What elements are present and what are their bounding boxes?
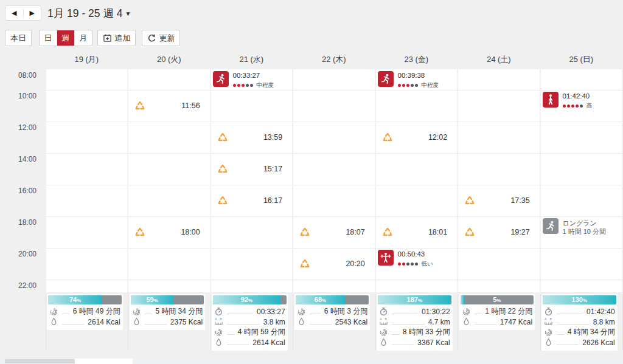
- event-marker[interactable]: 12:02: [376, 132, 458, 143]
- stat-row: 01:30:22: [377, 306, 453, 317]
- svg-text:B: B: [220, 317, 222, 321]
- stat-leader-line: [475, 314, 482, 314]
- stat-row: 2375 Kcal: [130, 317, 206, 327]
- row-gridline: [458, 122, 540, 122]
- intensity-dot: [402, 84, 405, 87]
- active-time-icon: [297, 307, 306, 316]
- day-header[interactable]: 24 (土): [458, 54, 540, 65]
- add-label: 追加: [115, 33, 131, 44]
- event-activity[interactable]: 00:39:38中程度: [378, 71, 456, 89]
- intensity-label: 高: [586, 102, 593, 110]
- stat-leader-line: [557, 324, 590, 325]
- row-gridline: [211, 280, 293, 280]
- row-gridline: [541, 248, 622, 249]
- stat-row: 1 時間 22 分間: [459, 306, 535, 317]
- stat-leader-line: [310, 324, 332, 325]
- row-gridline: [46, 216, 128, 217]
- date-range-label: 1月 19 - 25 週 4: [47, 7, 123, 19]
- row-gridline: [541, 90, 622, 91]
- svg-text:B: B: [385, 317, 387, 321]
- stat-value: 4.7 km: [428, 318, 450, 326]
- event-marker[interactable]: 18:00: [128, 227, 210, 238]
- marker-triangle-icon: [382, 132, 393, 142]
- event-marker[interactable]: 18:07: [293, 227, 375, 238]
- column-separator: [540, 294, 541, 351]
- event-marker[interactable]: 19:27: [458, 227, 540, 238]
- stat-row: 2614 Kcal: [47, 317, 123, 327]
- event-info: 00:33:27中程度: [233, 71, 274, 89]
- day-header[interactable]: 22 (木): [293, 54, 375, 65]
- stat-value: 8 時間 33 分間: [403, 327, 450, 337]
- event-time: 11:56: [181, 101, 200, 110]
- next-week-button[interactable]: ▶: [24, 6, 41, 20]
- marker-triangle-icon: [464, 196, 475, 205]
- event-marker[interactable]: 17:35: [458, 195, 540, 206]
- stat-leader-line: [557, 334, 564, 335]
- stat-row: 01:42:40: [541, 306, 618, 317]
- stat-row: 6 時間 49 分間: [47, 306, 123, 317]
- intensity-dot: [250, 84, 253, 87]
- scrollbar-thumb[interactable]: [5, 359, 75, 363]
- day-header[interactable]: 20 (火): [128, 54, 210, 65]
- view-tab-2[interactable]: 月: [74, 30, 92, 46]
- event-marker[interactable]: 15:17: [211, 163, 293, 174]
- intensity-dots: 中程度: [233, 81, 274, 89]
- row-gridline: [128, 248, 210, 249]
- active-time-icon: [379, 328, 388, 337]
- refresh-button[interactable]: 更新: [142, 30, 180, 46]
- stat-row: 8 時間 33 分間: [377, 327, 453, 337]
- view-tab-0[interactable]: 日: [40, 30, 57, 46]
- row-gridline: [46, 153, 128, 154]
- stat-leader-line: [145, 324, 167, 325]
- page-title[interactable]: 1月 19 - 25 週 4▼: [47, 6, 131, 21]
- event-marker[interactable]: 13:59: [211, 132, 293, 143]
- intensity-dot: [580, 105, 583, 108]
- event-activity[interactable]: 00:50:43低い: [378, 250, 456, 268]
- intensity-dot: [402, 263, 405, 266]
- day-header[interactable]: 25 (日): [541, 54, 622, 65]
- event-marker[interactable]: 11:56: [128, 100, 210, 111]
- stat-value: 5 時間 34 分間: [155, 306, 203, 317]
- prev-week-button[interactable]: ◀: [5, 6, 23, 20]
- stat-row: AB8.8 km: [541, 317, 618, 327]
- day-header[interactable]: 21 (水): [211, 54, 293, 65]
- column-separator: [211, 294, 211, 351]
- event-time: 13:59: [263, 133, 282, 142]
- stat-value: 3367 Kcal: [417, 338, 450, 347]
- column-separator: [128, 294, 128, 351]
- stat-value: 3.8 km: [263, 318, 285, 326]
- row-gridline: [458, 153, 540, 154]
- event-marker[interactable]: 16:17: [211, 195, 293, 206]
- view-tab-1[interactable]: 週: [57, 30, 74, 46]
- stat-row: 4 時間 34 分間: [541, 327, 618, 337]
- event-time: 18:00: [181, 228, 200, 236]
- stat-leader-line: [227, 345, 249, 345]
- today-button[interactable]: 本日: [5, 30, 32, 46]
- day-header[interactable]: 23 (金): [376, 54, 458, 65]
- event-activity[interactable]: 00:33:27中程度: [213, 71, 291, 89]
- event-activity[interactable]: 01:42:40高: [543, 92, 621, 110]
- day-header[interactable]: 19 (月): [46, 54, 128, 65]
- active-time-icon: [462, 307, 471, 316]
- event-planned[interactable]: ロングラン1 時間 10 分間: [543, 218, 621, 236]
- event-marker[interactable]: 20:20: [293, 258, 375, 269]
- intensity-dot: [415, 84, 418, 87]
- stat-row: 5 時間 34 分間: [130, 306, 206, 317]
- time-label: 08:00: [0, 71, 37, 80]
- event-time: 20:20: [346, 259, 364, 268]
- active-time-icon: [132, 307, 141, 316]
- event-marker[interactable]: 18:01: [376, 227, 458, 238]
- active-time-icon: [49, 307, 58, 316]
- marker-triangle-icon: [464, 227, 475, 237]
- add-button[interactable]: 追加: [97, 30, 136, 46]
- event-info: 00:50:43低い: [398, 250, 433, 268]
- row-gridline: [376, 90, 458, 91]
- distance-icon: AB: [544, 317, 553, 326]
- horizontal-scrollbar[interactable]: [0, 359, 623, 364]
- stat-leader-line: [62, 324, 84, 325]
- stat-value: 4 時間 59 分間: [238, 327, 285, 337]
- progress-bar: 187%: [378, 295, 451, 304]
- duration-icon: [544, 307, 553, 316]
- intensity-dots: 低い: [398, 260, 433, 268]
- stat-leader-line: [392, 334, 399, 335]
